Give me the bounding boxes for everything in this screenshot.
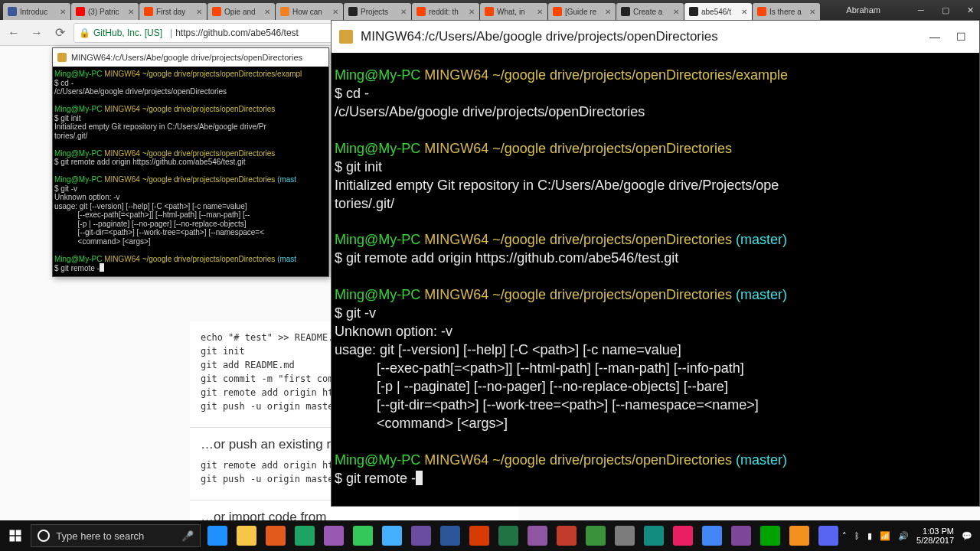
tray-battery-icon[interactable]: ▮ — [867, 531, 872, 541]
tray-network-icon[interactable]: 📶 — [880, 531, 890, 541]
app-icon — [702, 526, 722, 546]
taskbar-app-button[interactable] — [727, 522, 755, 549]
taskbar-app-button[interactable] — [756, 522, 784, 549]
tab-title: What, in — [497, 8, 534, 16]
browser-tab[interactable]: First day✕ — [139, 3, 207, 20]
taskbar-app-button[interactable] — [378, 522, 406, 549]
browser-tab[interactable]: Opie and✕ — [207, 3, 275, 20]
tab-close-icon[interactable]: ✕ — [196, 8, 202, 16]
tab-title: Projects — [361, 8, 398, 16]
taskbar-clock[interactable]: 1:03 PM 5/28/2017 — [916, 527, 954, 545]
tab-favicon — [348, 7, 358, 16]
app-icon — [557, 526, 577, 546]
tab-close-icon[interactable]: ✕ — [605, 8, 611, 16]
window-maximize[interactable]: ▢ — [939, 5, 952, 15]
svg-rect-3 — [16, 536, 21, 542]
taskbar-app-button[interactable] — [553, 522, 580, 549]
taskbar-app-button[interactable] — [786, 522, 813, 549]
mintty-icon — [57, 53, 67, 62]
app-icon — [353, 526, 373, 546]
tab-close-icon[interactable]: ✕ — [128, 8, 134, 16]
tab-close-icon[interactable]: ✕ — [741, 8, 747, 16]
browser-tab[interactable]: Introduc✕ — [3, 3, 70, 20]
mintty-window-small[interactable]: MINGW64:/c/Users/Abe/google drive/projec… — [52, 47, 329, 277]
window-close[interactable]: ✕ — [963, 5, 977, 15]
tab-favicon — [621, 7, 630, 16]
tab-close-icon[interactable]: ✕ — [809, 8, 815, 16]
browser-tab[interactable]: Projects✕ — [344, 3, 411, 20]
address-bar[interactable]: 🔒 GitHub, Inc. [US] | https://github.com… — [74, 23, 334, 43]
taskbar-app-button[interactable] — [291, 522, 318, 549]
nav-back-button[interactable]: ← — [5, 24, 23, 42]
taskbar-app-button[interactable] — [349, 522, 377, 549]
tab-favicon — [689, 7, 698, 16]
window-maximize[interactable]: ☐ — [950, 28, 972, 45]
nav-reload-button[interactable]: ⟳ — [51, 24, 69, 42]
app-icon — [586, 526, 606, 546]
lock-icon: 🔒 — [79, 28, 90, 38]
tab-title: How can — [292, 8, 330, 16]
system-tray[interactable]: ˄ ᛒ ▮ 📶 🔊 1:03 PM 5/28/2017 💬 — [842, 527, 980, 545]
tab-close-icon[interactable]: ✕ — [332, 8, 338, 16]
browser-tab[interactable]: reddit: th✕ — [412, 3, 479, 20]
mintty-large-body[interactable]: Ming@My-PC MINGW64 ~/google drive/projec… — [332, 53, 979, 493]
window-minimize[interactable]: ─ — [914, 5, 928, 15]
tab-close-icon[interactable]: ✕ — [400, 8, 407, 16]
taskbar-app-button[interactable] — [204, 522, 231, 549]
mintty-window-large[interactable]: MINGW64:/c/Users/Abe/google drive/projec… — [331, 20, 980, 507]
tab-favicon — [553, 7, 562, 16]
tab-close-icon[interactable]: ✕ — [60, 8, 66, 16]
url-text: https://github.com/abe546/test — [175, 28, 299, 38]
taskbar-app-button[interactable] — [466, 522, 493, 549]
tab-close-icon[interactable]: ✕ — [673, 8, 679, 16]
window-minimize[interactable]: — — [924, 28, 946, 45]
taskbar-app-button[interactable] — [495, 522, 522, 549]
mintty-large-titlebar[interactable]: MINGW64:/c/Users/Abe/google drive/projec… — [332, 21, 979, 53]
browser-tab[interactable]: abe546/t✕ — [684, 3, 752, 20]
microphone-icon[interactable]: 🎤 — [181, 530, 194, 542]
app-icon — [440, 526, 460, 546]
taskbar-app-button[interactable] — [320, 522, 348, 549]
taskbar-app-button[interactable] — [669, 522, 697, 549]
tab-title: (3) Patric — [88, 8, 126, 16]
app-icon — [266, 526, 286, 546]
tray-chevron-up-icon[interactable]: ˄ — [842, 531, 847, 541]
browser-tab[interactable]: Is there a✕ — [753, 3, 820, 20]
taskbar-app-button[interactable] — [262, 522, 289, 549]
search-placeholder: Type here to search — [56, 530, 144, 542]
browser-tab[interactable]: Create a✕ — [616, 3, 684, 20]
taskbar-app-button[interactable] — [698, 522, 726, 549]
mintty-small-titlebar[interactable]: MINGW64:/c/Users/Abe/google drive/projec… — [53, 48, 328, 67]
app-icon — [498, 526, 518, 546]
taskbar-app-button[interactable] — [582, 522, 609, 549]
browser-tab[interactable]: (3) Patric✕ — [71, 3, 139, 20]
browser-tab[interactable]: How can✕ — [276, 3, 343, 20]
browser-tab[interactable]: What, in✕ — [480, 3, 547, 20]
tab-close-icon[interactable]: ✕ — [469, 8, 475, 16]
taskbar-app-button[interactable] — [815, 522, 842, 549]
nav-forward-button[interactable]: → — [28, 24, 46, 42]
taskbar-app-button[interactable] — [611, 522, 639, 549]
taskbar-app-button[interactable] — [436, 522, 464, 549]
tab-close-icon[interactable]: ✕ — [264, 8, 270, 16]
mintty-small-title-text: MINGW64:/c/Users/Abe/google drive/projec… — [71, 53, 302, 62]
tray-volume-icon[interactable]: 🔊 — [898, 531, 909, 541]
app-icon — [469, 526, 489, 546]
tab-title: First day — [156, 8, 194, 16]
tray-bluetooth-icon[interactable]: ᛒ — [854, 531, 860, 540]
tab-close-icon[interactable]: ✕ — [537, 8, 543, 16]
browser-tab[interactable]: [Guide re✕ — [548, 3, 616, 20]
taskbar-app-button[interactable] — [640, 522, 668, 549]
taskbar-app-button[interactable] — [407, 522, 435, 549]
tray-notifications-icon[interactable]: 💬 — [962, 531, 972, 541]
start-button[interactable] — [0, 520, 31, 551]
taskbar-app-button[interactable] — [524, 522, 551, 549]
taskbar-search-input[interactable]: Type here to search 🎤 — [31, 524, 201, 547]
cursor-icon — [416, 471, 423, 485]
cursor-icon — [100, 263, 104, 272]
tab-favicon — [144, 7, 153, 16]
app-icon — [760, 526, 780, 546]
app-icon — [644, 526, 664, 546]
mintty-small-body[interactable]: Ming@My-PC MINGW64 ~/google drive/projec… — [53, 67, 328, 276]
taskbar-app-button[interactable] — [233, 522, 260, 549]
